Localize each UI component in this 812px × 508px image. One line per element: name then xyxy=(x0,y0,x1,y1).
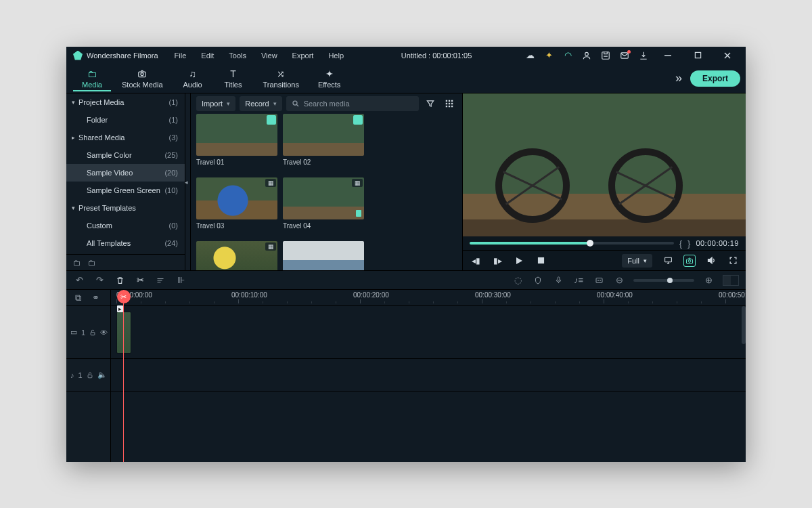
marker-icon[interactable] xyxy=(532,274,544,287)
playhead[interactable]: ✂ xyxy=(123,290,124,462)
close-button[interactable] xyxy=(716,48,739,63)
new-folder-icon[interactable]: 🗀 xyxy=(88,258,96,268)
progress-fill xyxy=(470,242,590,245)
timeline-clip[interactable]: ▸ xyxy=(116,312,131,354)
tab-stock-media[interactable]: Stock Media xyxy=(114,66,171,91)
import-dropdown[interactable]: Import ▾ xyxy=(196,96,235,111)
zoom-knob[interactable] xyxy=(667,278,673,283)
tree-sample-green-screen[interactable]: Sample Green Screen (10) xyxy=(66,182,185,199)
lock-icon[interactable] xyxy=(89,329,96,337)
play-button[interactable] xyxy=(513,255,525,267)
caption-icon[interactable] xyxy=(593,274,605,287)
next-frame-button[interactable]: ▮▸ xyxy=(491,255,503,267)
filter-icon[interactable] xyxy=(423,96,438,111)
tab-titles[interactable]: T Titles xyxy=(215,66,252,91)
voiceover-icon[interactable] xyxy=(552,274,564,287)
prev-frame-button[interactable]: ◂▮ xyxy=(470,255,482,267)
progress-track[interactable] xyxy=(470,242,674,245)
export-button[interactable]: Export xyxy=(690,70,740,87)
preview-quality-dropdown[interactable]: Full ▾ xyxy=(622,254,652,268)
zoom-out-icon[interactable]: ⊖ xyxy=(613,274,625,287)
menu-view[interactable]: View xyxy=(256,50,283,61)
notifications-icon[interactable] xyxy=(618,49,631,62)
zoom-slider[interactable] xyxy=(633,279,694,282)
tab-transitions[interactable]: ⤮ Transitions xyxy=(255,66,307,91)
audio-track-header[interactable]: ♪ 1 🔈 xyxy=(66,359,110,391)
menu-export[interactable]: Export xyxy=(287,50,319,61)
tab-media[interactable]: 🗀 Media xyxy=(73,66,111,91)
mini-preview-toggle[interactable] xyxy=(723,275,739,286)
timeline-tracks[interactable]: 00:00:00:00 00:00:10:00 00:00:20:00 00:0… xyxy=(111,290,746,462)
mark-in-icon[interactable]: { xyxy=(679,238,682,249)
search-input[interactable]: Search media xyxy=(286,96,419,111)
clip-item[interactable]: Travel 06 xyxy=(283,241,364,270)
delete-button[interactable] xyxy=(114,274,126,287)
stop-button[interactable] xyxy=(535,255,547,267)
grid-view-icon[interactable] xyxy=(442,96,457,111)
fullscreen-icon[interactable] xyxy=(727,255,739,267)
menu-edit[interactable]: Edit xyxy=(196,50,219,61)
tree-all-templates[interactable]: All Templates (24) xyxy=(66,234,185,252)
menu-file[interactable]: File xyxy=(169,50,192,61)
tree-label: Sample Color xyxy=(78,151,164,159)
tips-icon[interactable]: ✦ xyxy=(543,49,555,62)
volume-icon[interactable] xyxy=(705,255,717,267)
snapshot-button[interactable] xyxy=(683,255,696,267)
split-button[interactable]: ✂ xyxy=(134,274,146,287)
clip-item[interactable]: ▦ Travel 04 xyxy=(283,177,364,238)
video-badge-icon: ▦ xyxy=(265,242,276,251)
render-icon[interactable]: ◌ xyxy=(512,274,524,287)
link-icon[interactable]: ⚭ xyxy=(89,292,102,304)
cloud-icon[interactable]: ☁ xyxy=(524,49,536,62)
mixer-icon[interactable]: ♪≡ xyxy=(572,274,585,287)
account-icon[interactable] xyxy=(581,49,593,62)
timeline-scrollbar[interactable] xyxy=(742,306,746,462)
tree-sample-video[interactable]: Sample Video (20) xyxy=(66,164,185,182)
minimize-button[interactable] xyxy=(656,48,679,63)
tree-custom[interactable]: Custom (0) xyxy=(66,217,185,234)
menu-tools[interactable]: Tools xyxy=(223,50,252,61)
menu-help[interactable]: Help xyxy=(323,50,349,61)
clip-item[interactable]: ▦ Travel 03 xyxy=(196,177,277,238)
new-bin-icon[interactable]: 🗀 xyxy=(73,258,81,268)
timeline-ruler[interactable]: 00:00:00:00 00:00:10:00 00:00:20:00 00:0… xyxy=(111,290,746,306)
more-tabs-button[interactable]: » xyxy=(667,64,690,93)
visibility-icon[interactable]: 👁 xyxy=(100,329,108,337)
live-indicator-icon xyxy=(356,210,361,217)
redo-button[interactable]: ↷ xyxy=(93,274,106,287)
crop-button[interactable] xyxy=(154,274,166,287)
save-icon[interactable] xyxy=(600,49,612,62)
tree-preset-templates[interactable]: ▾ Preset Templates xyxy=(66,199,185,217)
mark-out-icon[interactable]: } xyxy=(687,238,690,249)
clip-item[interactable]: ▦ Travel 05 xyxy=(196,241,277,270)
maximize-button[interactable] xyxy=(686,48,709,63)
lock-icon[interactable] xyxy=(87,371,93,379)
tree-sample-color[interactable]: Sample Color (25) xyxy=(66,146,185,164)
clip-item[interactable]: Travel 01 xyxy=(196,114,277,175)
tab-audio[interactable]: ♫ Audio xyxy=(174,66,212,91)
display-icon[interactable] xyxy=(662,255,674,267)
tree-folder[interactable]: Folder (1) xyxy=(66,111,185,129)
video-track-header[interactable]: ▭ 1 👁 xyxy=(66,306,110,359)
clip-item[interactable]: Travel 02 xyxy=(283,114,364,175)
record-dropdown[interactable]: Record ▾ xyxy=(240,96,281,111)
download-icon[interactable] xyxy=(637,49,650,62)
audio-adjust-icon[interactable]: ⊪ xyxy=(175,274,187,287)
audio-lane[interactable] xyxy=(111,359,746,391)
progress-knob[interactable] xyxy=(587,240,593,247)
tab-effects[interactable]: ✦ Effects xyxy=(310,66,348,91)
zoom-in-icon[interactable]: ⊕ xyxy=(702,274,715,287)
svg-rect-28 xyxy=(558,277,560,281)
mute-icon[interactable]: 🔈 xyxy=(97,371,107,379)
scrollbar-thumb[interactable] xyxy=(742,306,746,344)
sidebar-collapse-handle[interactable] xyxy=(185,93,191,270)
playhead-handle[interactable]: ✂ xyxy=(117,290,131,303)
support-icon[interactable]: ◠ xyxy=(562,49,574,62)
tree-project-media[interactable]: ▾ Project Media (1) xyxy=(66,93,185,111)
duplicate-icon[interactable]: ⧉ xyxy=(72,292,84,304)
video-lane[interactable]: ▸ xyxy=(111,306,746,359)
tree-shared-media[interactable]: ▸ Shared Media (3) xyxy=(66,129,185,146)
preview-viewport[interactable] xyxy=(463,93,746,236)
undo-button[interactable]: ↶ xyxy=(73,274,85,287)
tab-effects-label: Effects xyxy=(318,81,340,89)
